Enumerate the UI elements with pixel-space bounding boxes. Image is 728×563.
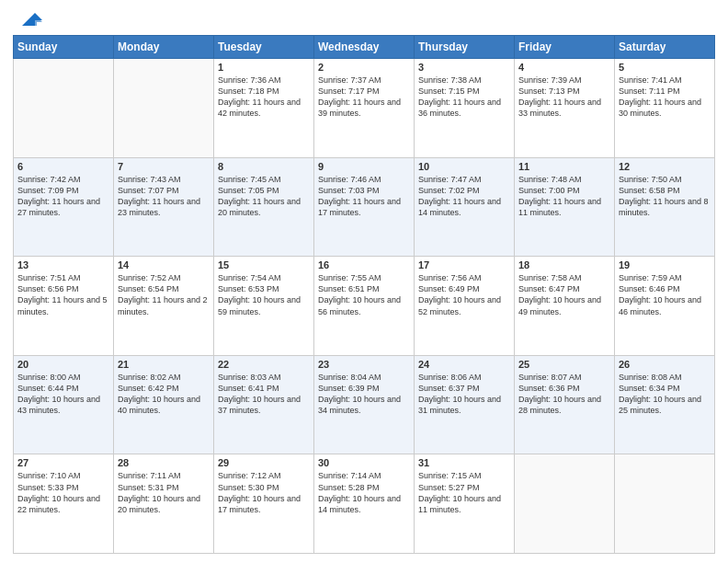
day-info: Sunrise: 7:48 AMSunset: 7:00 PMDaylight:…: [518, 174, 610, 219]
day-info: Sunrise: 7:43 AMSunset: 7:07 PMDaylight:…: [118, 174, 210, 219]
calendar-day-cell: 27 Sunrise: 7:10 AMSunset: 5:33 PMDaylig…: [14, 454, 114, 554]
day-info: Sunrise: 7:41 AMSunset: 7:11 PMDaylight:…: [619, 75, 711, 120]
day-info: Sunrise: 7:45 AMSunset: 7:05 PMDaylight:…: [218, 174, 310, 219]
calendar-week-row: 1 Sunrise: 7:36 AMSunset: 7:18 PMDayligh…: [14, 59, 715, 158]
day-number: 16: [318, 259, 410, 270]
day-info: Sunrise: 7:42 AMSunset: 7:09 PMDaylight:…: [17, 174, 109, 219]
calendar-day-cell: 28 Sunrise: 7:11 AMSunset: 5:31 PMDaylig…: [114, 454, 214, 554]
day-number: 10: [418, 161, 510, 172]
day-info: Sunrise: 7:12 AMSunset: 5:30 PMDaylight:…: [218, 470, 310, 515]
calendar-day-cell: 24 Sunrise: 8:06 AMSunset: 6:37 PMDaylig…: [415, 355, 515, 454]
day-number: 29: [218, 457, 310, 468]
calendar-day-cell: 21 Sunrise: 8:02 AMSunset: 6:42 PMDaylig…: [114, 355, 214, 454]
calendar-day-cell: 29 Sunrise: 7:12 AMSunset: 5:30 PMDaylig…: [214, 454, 314, 554]
day-number: 1: [218, 62, 310, 73]
calendar-day-cell: 5 Sunrise: 7:41 AMSunset: 7:11 PMDayligh…: [615, 59, 715, 158]
day-number: 18: [518, 259, 610, 270]
calendar-day-header: Tuesday: [214, 36, 314, 59]
calendar-day-cell: 6 Sunrise: 7:42 AMSunset: 7:09 PMDayligh…: [14, 157, 114, 257]
calendar-day-cell: 3 Sunrise: 7:38 AMSunset: 7:15 PMDayligh…: [415, 59, 515, 158]
day-info: Sunrise: 7:37 AMSunset: 7:17 PMDaylight:…: [318, 75, 410, 120]
calendar-day-cell: 8 Sunrise: 7:45 AMSunset: 7:05 PMDayligh…: [214, 157, 314, 257]
day-number: 8: [218, 161, 310, 172]
day-number: 15: [218, 259, 310, 270]
calendar-week-row: 20 Sunrise: 8:00 AMSunset: 6:44 PMDaylig…: [14, 355, 715, 454]
calendar-day-cell: 22 Sunrise: 8:03 AMSunset: 6:41 PMDaylig…: [214, 355, 314, 454]
day-info: Sunrise: 7:10 AMSunset: 5:33 PMDaylight:…: [17, 470, 109, 515]
calendar-day-header: Thursday: [415, 36, 515, 59]
calendar-day-cell: 15 Sunrise: 7:54 AMSunset: 6:53 PMDaylig…: [214, 257, 314, 356]
day-info: Sunrise: 7:38 AMSunset: 7:15 PMDaylight:…: [418, 75, 510, 120]
day-number: 26: [619, 359, 711, 370]
day-info: Sunrise: 7:56 AMSunset: 6:49 PMDaylight:…: [418, 272, 510, 317]
calendar-day-cell: 13 Sunrise: 7:51 AMSunset: 6:56 PMDaylig…: [14, 257, 114, 356]
calendar-day-cell: [515, 454, 615, 554]
day-info: Sunrise: 7:15 AMSunset: 5:27 PMDaylight:…: [418, 470, 510, 515]
calendar-day-cell: 30 Sunrise: 7:14 AMSunset: 5:28 PMDaylig…: [314, 454, 415, 554]
calendar-day-header: Wednesday: [314, 36, 415, 59]
calendar-week-row: 27 Sunrise: 7:10 AMSunset: 5:33 PMDaylig…: [14, 454, 715, 554]
calendar-day-cell: 7 Sunrise: 7:43 AMSunset: 7:07 PMDayligh…: [114, 157, 214, 257]
day-number: 25: [518, 359, 610, 370]
day-info: Sunrise: 7:36 AMSunset: 7:18 PMDaylight:…: [218, 75, 310, 120]
calendar-week-row: 6 Sunrise: 7:42 AMSunset: 7:09 PMDayligh…: [14, 157, 715, 257]
day-number: 14: [118, 259, 210, 270]
day-number: 12: [619, 161, 711, 172]
page: SundayMondayTuesdayWednesdayThursdayFrid…: [0, 0, 728, 563]
day-info: Sunrise: 7:59 AMSunset: 6:46 PMDaylight:…: [619, 272, 711, 317]
day-number: 6: [17, 161, 109, 172]
day-number: 27: [17, 457, 109, 468]
calendar-day-header: Friday: [515, 36, 615, 59]
day-info: Sunrise: 8:07 AMSunset: 6:36 PMDaylight:…: [518, 372, 610, 417]
calendar-day-cell: [114, 59, 214, 158]
day-number: 21: [118, 359, 210, 370]
day-info: Sunrise: 8:06 AMSunset: 6:37 PMDaylight:…: [418, 372, 510, 417]
day-info: Sunrise: 7:11 AMSunset: 5:31 PMDaylight:…: [118, 470, 210, 515]
calendar-day-header: Sunday: [14, 36, 114, 59]
calendar-day-cell: 1 Sunrise: 7:36 AMSunset: 7:18 PMDayligh…: [214, 59, 314, 158]
day-number: 23: [318, 359, 410, 370]
day-info: Sunrise: 7:51 AMSunset: 6:56 PMDaylight:…: [17, 272, 109, 317]
day-number: 9: [318, 161, 410, 172]
day-number: 5: [619, 62, 711, 73]
calendar-header-row: SundayMondayTuesdayWednesdayThursdayFrid…: [14, 36, 715, 59]
day-number: 4: [518, 62, 610, 73]
day-number: 7: [118, 161, 210, 172]
day-info: Sunrise: 7:58 AMSunset: 6:47 PMDaylight:…: [518, 272, 610, 317]
day-info: Sunrise: 7:55 AMSunset: 6:51 PMDaylight:…: [318, 272, 410, 317]
calendar-table: SundayMondayTuesdayWednesdayThursdayFrid…: [13, 35, 715, 554]
day-info: Sunrise: 8:00 AMSunset: 6:44 PMDaylight:…: [17, 372, 109, 417]
logo-icon: [15, 9, 42, 29]
header: [13, 9, 715, 29]
calendar-day-cell: 2 Sunrise: 7:37 AMSunset: 7:17 PMDayligh…: [314, 59, 415, 158]
day-number: 24: [418, 359, 510, 370]
day-info: Sunrise: 7:14 AMSunset: 5:28 PMDaylight:…: [318, 470, 410, 515]
calendar-day-cell: 25 Sunrise: 8:07 AMSunset: 6:36 PMDaylig…: [515, 355, 615, 454]
day-info: Sunrise: 7:47 AMSunset: 7:02 PMDaylight:…: [418, 174, 510, 219]
calendar-day-cell: 23 Sunrise: 8:04 AMSunset: 6:39 PMDaylig…: [314, 355, 415, 454]
day-number: 22: [218, 359, 310, 370]
day-info: Sunrise: 8:04 AMSunset: 6:39 PMDaylight:…: [318, 372, 410, 417]
day-number: 17: [418, 259, 510, 270]
calendar-day-cell: 31 Sunrise: 7:15 AMSunset: 5:27 PMDaylig…: [415, 454, 515, 554]
calendar-day-cell: 17 Sunrise: 7:56 AMSunset: 6:49 PMDaylig…: [415, 257, 515, 356]
day-number: 19: [619, 259, 711, 270]
logo: [13, 13, 42, 29]
calendar-day-cell: 26 Sunrise: 8:08 AMSunset: 6:34 PMDaylig…: [615, 355, 715, 454]
calendar-day-cell: 11 Sunrise: 7:48 AMSunset: 7:00 PMDaylig…: [515, 157, 615, 257]
calendar-day-cell: 19 Sunrise: 7:59 AMSunset: 6:46 PMDaylig…: [615, 257, 715, 356]
day-number: 31: [418, 457, 510, 468]
calendar-day-cell: 16 Sunrise: 7:55 AMSunset: 6:51 PMDaylig…: [314, 257, 415, 356]
calendar-day-header: Monday: [114, 36, 214, 59]
day-info: Sunrise: 8:02 AMSunset: 6:42 PMDaylight:…: [118, 372, 210, 417]
calendar-day-cell: 10 Sunrise: 7:47 AMSunset: 7:02 PMDaylig…: [415, 157, 515, 257]
day-info: Sunrise: 7:54 AMSunset: 6:53 PMDaylight:…: [218, 272, 310, 317]
day-number: 20: [17, 359, 109, 370]
calendar-day-cell: [615, 454, 715, 554]
day-number: 2: [318, 62, 410, 73]
day-number: 28: [118, 457, 210, 468]
day-info: Sunrise: 8:03 AMSunset: 6:41 PMDaylight:…: [218, 372, 310, 417]
day-info: Sunrise: 7:39 AMSunset: 7:13 PMDaylight:…: [518, 75, 610, 120]
calendar-week-row: 13 Sunrise: 7:51 AMSunset: 6:56 PMDaylig…: [14, 257, 715, 356]
calendar-day-cell: 20 Sunrise: 8:00 AMSunset: 6:44 PMDaylig…: [14, 355, 114, 454]
